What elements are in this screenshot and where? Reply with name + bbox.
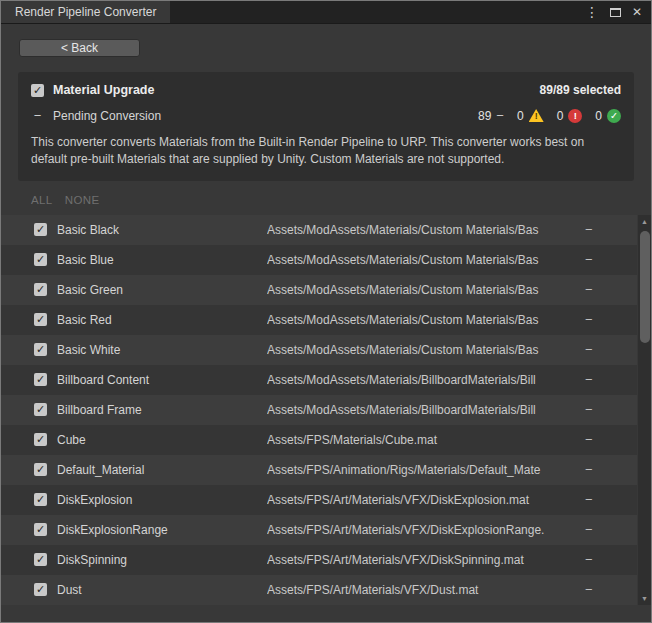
selected-count: 89/89 selected xyxy=(540,83,621,97)
render-pipeline-converter-window: Render Pipeline Converter ⋮ ✕ < Back ✓ M… xyxy=(0,0,652,623)
row-checkbox[interactable]: ✓ xyxy=(34,583,47,596)
material-path: Assets/FPS/Art/Materials/VFX/DiskExplosi… xyxy=(267,523,579,537)
material-name: Basic Blue xyxy=(57,253,267,267)
row-status-icon: − xyxy=(579,222,637,237)
pending-status-icon: − xyxy=(496,108,504,123)
table-row: ✓ Basic Black Assets/ModAssets/Materials… xyxy=(1,215,637,245)
pending-label: Pending Conversion xyxy=(53,109,161,123)
row-checkbox[interactable]: ✓ xyxy=(34,553,47,566)
close-icon[interactable]: ✕ xyxy=(632,6,642,18)
scroll-up-icon[interactable]: ▲ xyxy=(638,215,651,228)
row-checkbox[interactable]: ✓ xyxy=(34,403,47,416)
check-icon: ✓ xyxy=(36,314,45,325)
material-name: Billboard Content xyxy=(57,373,267,387)
scrollbar-thumb[interactable] xyxy=(640,231,650,343)
check-icon: ✓ xyxy=(36,254,45,265)
table-row: ✓ Basic White Assets/ModAssets/Materials… xyxy=(1,335,637,365)
scroll-down-icon[interactable]: ▼ xyxy=(638,592,651,605)
select-none-button[interactable]: NONE xyxy=(65,194,100,206)
converter-panel: ✓ Material Upgrade 89/89 selected − Pend… xyxy=(18,72,634,181)
row-status-icon: − xyxy=(579,582,637,597)
row-status-icon: − xyxy=(579,462,637,477)
status-counts: 89 − 0 ! 0 ! 0 ✓ xyxy=(478,108,621,123)
tab-render-pipeline-converter[interactable]: Render Pipeline Converter xyxy=(1,1,170,23)
row-checkbox[interactable]: ✓ xyxy=(34,493,47,506)
back-button-label: < Back xyxy=(61,41,98,55)
material-path: Assets/FPS/Materials/Cube.mat xyxy=(267,433,579,447)
material-path: Assets/ModAssets/Materials/Custom Materi… xyxy=(267,313,579,327)
mixed-state-icon[interactable]: − xyxy=(31,109,44,122)
material-name: Cube xyxy=(57,433,267,447)
check-icon: ✓ xyxy=(36,224,45,235)
row-status-icon: − xyxy=(579,312,637,327)
table-row: ✓ Billboard Content Assets/ModAssets/Mat… xyxy=(1,365,637,395)
material-path: Assets/ModAssets/Materials/Custom Materi… xyxy=(267,343,579,357)
row-checkbox[interactable]: ✓ xyxy=(34,313,47,326)
row-checkbox[interactable]: ✓ xyxy=(34,523,47,536)
material-name: Basic Green xyxy=(57,283,267,297)
pending-conversion-row: − Pending Conversion 89 − 0 ! 0 ! 0 ✓ xyxy=(31,108,621,123)
material-name: Basic Red xyxy=(57,313,267,327)
material-name: Default_Material xyxy=(57,463,267,477)
material-name: DiskExplosionRange xyxy=(57,523,267,537)
check-icon: ✓ xyxy=(36,494,45,505)
scrollbar-track[interactable] xyxy=(638,228,651,592)
check-icon: ✓ xyxy=(36,464,45,475)
material-name: DiskSpinning xyxy=(57,553,267,567)
titlebar: Render Pipeline Converter ⋮ ✕ xyxy=(1,1,651,24)
kebab-menu-icon[interactable]: ⋮ xyxy=(585,5,599,19)
table-row: ✓ DiskExplosion Assets/FPS/Art/Materials… xyxy=(1,485,637,515)
row-checkbox[interactable]: ✓ xyxy=(34,463,47,476)
select-all-button[interactable]: ALL xyxy=(31,194,53,206)
table-row: ✓ Basic Red Assets/ModAssets/Materials/C… xyxy=(1,305,637,335)
row-checkbox[interactable]: ✓ xyxy=(34,343,47,356)
table-row: ✓ DiskSpinning Assets/FPS/Art/Materials/… xyxy=(1,545,637,575)
material-list: ✓ Basic Black Assets/ModAssets/Materials… xyxy=(1,215,651,605)
converter-checkbox[interactable]: ✓ xyxy=(31,84,44,97)
material-path: Assets/FPS/Animation/Rigs/Materials/Defa… xyxy=(267,463,579,477)
material-path: Assets/ModAssets/Materials/Custom Materi… xyxy=(267,223,579,237)
row-checkbox[interactable]: ✓ xyxy=(34,433,47,446)
row-checkbox[interactable]: ✓ xyxy=(34,253,47,266)
row-checkbox[interactable]: ✓ xyxy=(34,223,47,236)
check-icon: ✓ xyxy=(36,284,45,295)
check-icon: ✓ xyxy=(36,434,45,445)
material-path: Assets/ModAssets/Materials/Custom Materi… xyxy=(267,283,579,297)
table-row: ✓ Billboard Frame Assets/ModAssets/Mater… xyxy=(1,395,637,425)
material-name: DiskExplosion xyxy=(57,493,267,507)
material-path: Assets/FPS/Art/Materials/VFX/DiskSpinnin… xyxy=(267,553,579,567)
row-status-icon: − xyxy=(579,252,637,267)
converter-header: ✓ Material Upgrade 89/89 selected xyxy=(31,83,621,97)
selection-controls: ALL NONE xyxy=(31,194,651,206)
success-count: 0 xyxy=(595,109,602,123)
material-rows: ✓ Basic Black Assets/ModAssets/Materials… xyxy=(1,215,637,605)
material-name: Basic Black xyxy=(57,223,267,237)
check-icon: ✓ xyxy=(36,404,45,415)
row-status-icon: − xyxy=(579,552,637,567)
row-status-icon: − xyxy=(579,432,637,447)
window-title: Render Pipeline Converter xyxy=(15,5,156,19)
material-path: Assets/ModAssets/Materials/Custom Materi… xyxy=(267,253,579,267)
table-row: ✓ Cube Assets/FPS/Materials/Cube.mat − xyxy=(1,425,637,455)
row-status-icon: − xyxy=(579,492,637,507)
maximize-icon[interactable] xyxy=(610,8,621,17)
material-name: Dust xyxy=(57,583,267,597)
table-row: ✓ Basic Green Assets/ModAssets/Materials… xyxy=(1,275,637,305)
error-icon: ! xyxy=(568,109,582,123)
row-checkbox[interactable]: ✓ xyxy=(34,283,47,296)
titlebar-icons: ⋮ ✕ xyxy=(576,1,651,23)
table-row: ✓ Basic Blue Assets/ModAssets/Materials/… xyxy=(1,245,637,275)
row-checkbox[interactable]: ✓ xyxy=(34,373,47,386)
table-row: ✓ DiskExplosionRange Assets/FPS/Art/Mate… xyxy=(1,515,637,545)
vertical-scrollbar[interactable]: ▲ ▼ xyxy=(638,215,651,605)
warning-icon: ! xyxy=(529,109,544,122)
row-status-icon: − xyxy=(579,402,637,417)
table-row: ✓ Dust Assets/FPS/Art/Materials/VFX/Dust… xyxy=(1,575,637,605)
warning-count: 0 xyxy=(517,109,524,123)
back-button[interactable]: < Back xyxy=(19,39,140,57)
material-path: Assets/FPS/Art/Materials/VFX/DiskExplosi… xyxy=(267,493,579,507)
row-status-icon: − xyxy=(579,342,637,357)
check-icon: ✓ xyxy=(36,374,45,385)
converter-description: This converter converts Materials from t… xyxy=(31,134,621,169)
check-icon: ✓ xyxy=(36,344,45,355)
